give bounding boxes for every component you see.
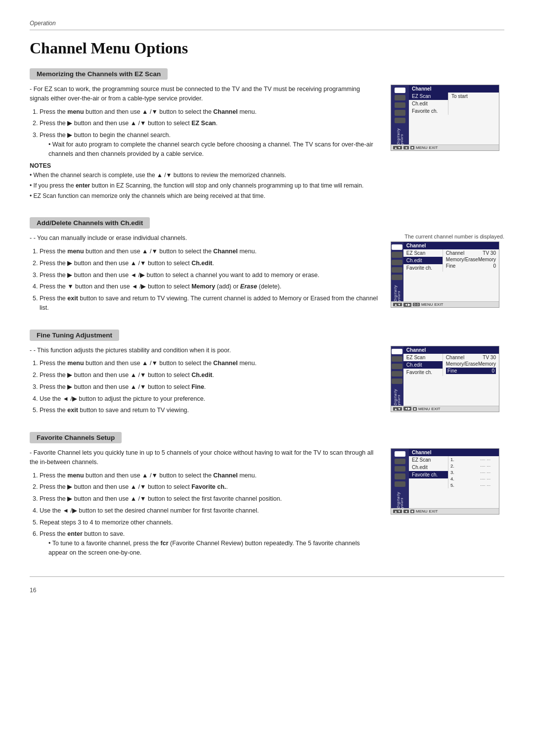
favorite-tv-sidebar-icon-2: [395, 459, 405, 464]
ch-edit-content: - You can manually include or erase indi…: [30, 234, 504, 316]
fine-tuning-tv-sidebar-icon-3: [392, 364, 402, 369]
ch-edit-text: - You can manually include or erase indi…: [30, 234, 379, 316]
fav-item-3: 3.···· ···: [448, 469, 499, 475]
fine-tuning-step-2: Press the ▶ button and then use ▲ /▼ but…: [40, 371, 379, 380]
bottom-divider: [30, 576, 504, 577]
ch-edit-section: Add/Delete Channels with Ch.edit - You c…: [30, 217, 504, 316]
favorite-tv-sidebar-icon-5: [395, 481, 405, 487]
favorite-step-6: Press the enter button to save. To tune …: [40, 529, 379, 557]
favorite-tv-sidebar-icon-1: [395, 451, 405, 457]
ch-edit-panel-row2-label: Fine: [446, 263, 455, 269]
ez-scan-tv-left: EZ Scan Ch.edit Favorite ch.: [409, 93, 448, 115]
fine-tuning-tv-sidebar: Digitally yours: [391, 346, 403, 406]
notes-label: NOTES: [30, 162, 379, 169]
tv-sidebar-icon-5: [395, 118, 405, 123]
fine-tuning-tv-right: Channel TV 30 Memory/Erase Memory Fine 0: [443, 354, 499, 376]
fine-tuning-tv-screen: Digitally yours Channel EZ Scan Ch.edit …: [391, 346, 499, 412]
ch-edit-step-4: Press the ▼ button and then use ◄ /▶ but…: [40, 282, 379, 291]
favorite-step-3: Press the ▶ button and then use ▲ /▼ but…: [40, 494, 379, 504]
ch-edit-panel-col1: Channel: [446, 250, 464, 256]
tv-exit-label: EXIT: [429, 145, 438, 150]
ch-edit-panel-row2-val: 0: [493, 263, 496, 269]
favorite-tv-menu-label: MENU: [416, 509, 428, 514]
fine-tuning-panel-row2-val: 0: [491, 368, 494, 374]
tv-sidebar-icon-3: [395, 102, 405, 108]
ch-edit-panel-row2: Fine 0: [446, 263, 496, 269]
ch-edit-tv-split: EZ Scan Ch.edit Favorite ch. Channel TV …: [403, 249, 499, 272]
favorite-tv-menu: Digitally yours Channel EZ Scan Ch.edit …: [391, 449, 499, 508]
page-number: 16: [30, 587, 504, 594]
fine-tuning-tv-main-header: Channel: [403, 346, 499, 354]
favorite-tv-split: EZ Scan Ch.edit Favorite ch. 1.···· ··· …: [409, 456, 499, 488]
ez-scan-menu-item-0: EZ Scan: [409, 93, 448, 100]
ez-scan-menu-item-1: Ch.edit: [409, 100, 448, 107]
ch-edit-tv-screen: Digitally yours Channel EZ Scan Ch.edit …: [391, 241, 499, 308]
ch-edit-tv-main-header: Channel: [403, 242, 499, 249]
ez-scan-tv-screen: Digitally yours Channel EZ Scan Ch.edit …: [391, 85, 499, 151]
ch-edit-panel-header: Channel TV 30: [446, 250, 496, 256]
fine-tuning-header: Fine Tuning Adjustment: [30, 330, 119, 341]
tv-sidebar-icon-1: [395, 88, 405, 93]
favorite-header: Favorite Channels Setup: [30, 432, 122, 443]
ez-scan-note-1: When the channel search is complete, use…: [30, 171, 379, 180]
ez-scan-substep-1: Wait for auto program to complete the ch…: [48, 140, 379, 159]
fine-tuning-menu-item-1: Ch.edit: [403, 361, 443, 369]
ch-edit-menu-item-2: Favorite ch.: [403, 264, 443, 272]
fine-tuning-panel-row2-label: Fine: [447, 368, 457, 374]
ez-scan-step-2: Press the ▶ button and then use ▲ /▼ but…: [40, 119, 379, 128]
favorite-tv-sidebar-icon-3: [395, 466, 405, 472]
fine-tuning-intro-item: - This function adjusts the pictures sta…: [30, 346, 379, 355]
ez-scan-note-2: If you press the enter button in EZ Scan…: [30, 181, 379, 190]
fine-tuning-section: Fine Tuning Adjustment - This function a…: [30, 330, 504, 420]
ch-edit-header: Add/Delete Channels with Ch.edit: [30, 217, 150, 229]
ch-edit-step-1: Press the menu button and then use ▲ /▼ …: [40, 247, 379, 256]
ch-edit-panel-col2: TV 30: [483, 250, 496, 256]
fine-tuning-panel-header: Channel TV 30: [446, 355, 496, 360]
favorite-menu-item-1: Ch.edit: [409, 464, 448, 471]
fav-item-5: 5.···· ···: [448, 482, 499, 488]
favorite-intro-item: Favorite Channel lets you quickly tune i…: [30, 448, 379, 467]
ez-scan-step-1: Press the menu button and then use ▲ /▼ …: [40, 107, 379, 117]
favorite-tv-sidebar-icon-4: [395, 473, 405, 479]
fine-tuning-tv-sidebar-icon-1: [392, 349, 402, 354]
ch-edit-tv-caption: The current channel number is displayed.: [391, 234, 504, 239]
favorite-section: Favorite Channels Setup Favorite Channel…: [30, 432, 504, 562]
fine-tuning-step-5: Press the exit button to save and return…: [40, 406, 379, 415]
ch-edit-intro-item: - You can manually include or erase indi…: [30, 234, 379, 243]
ez-scan-intro: - For EZ scan to work, the programming s…: [30, 85, 379, 103]
fine-tuning-text: - This function adjusts the pictures sta…: [30, 346, 379, 420]
ch-edit-step-3: Press the ▶ button and then use ◄ /▶ but…: [40, 271, 379, 280]
ez-scan-tv-split: EZ Scan Ch.edit Favorite ch. To start: [409, 93, 499, 115]
ch-edit-tv-mockup: The current channel number is displayed.…: [391, 234, 504, 308]
favorite-menu-item-0: EZ Scan: [409, 456, 448, 464]
fine-tuning-panel-row2: Fine 0: [446, 368, 496, 374]
favorite-tv-main-header: Channel: [409, 449, 499, 456]
favorite-tv-mockup: Digitally yours Channel EZ Scan Ch.edit …: [391, 448, 504, 515]
favorite-substep: To tune to a favorite channel, press the…: [48, 539, 379, 558]
page-title: Channel Menu Options: [30, 39, 504, 57]
ez-scan-tv-mockup: Digitally yours Channel EZ Scan Ch.edit …: [391, 85, 504, 151]
favorite-step-4: Use the ◄ /▶ button to set the desired c…: [40, 506, 379, 516]
favorite-tv-exit-label: EXIT: [429, 509, 438, 514]
ch-edit-step-5: Press the exit button to save and return…: [40, 294, 379, 313]
ch-edit-tv-sidebar-icon-5: [392, 275, 402, 280]
favorite-intro: Favorite Channel lets you quickly tune i…: [30, 448, 379, 467]
fine-tuning-intro: - This function adjusts the pictures sta…: [30, 346, 379, 355]
fine-tuning-tv-mockup: Digitally yours Channel EZ Scan Ch.edit …: [391, 346, 504, 412]
fine-tuning-tv-menu-label: MENU: [418, 407, 430, 411]
ez-scan-text: - For EZ scan to work, the programming s…: [30, 85, 379, 204]
fine-tuning-panel-row1-label: Memory/Erase: [446, 361, 478, 367]
favorite-tv-sidebar-text: Digitally yours: [397, 490, 403, 508]
ez-scan-tv-main: Channel EZ Scan Ch.edit Favorite ch. To …: [409, 85, 499, 144]
tv-btn-sq: ■: [410, 146, 414, 149]
ch-edit-menu-item-0: EZ Scan: [403, 249, 443, 257]
ch-edit-steps: Press the menu button and then use ▲ /▼ …: [40, 247, 379, 313]
favorite-steps: Press the menu button and then use ▲ /▼ …: [40, 471, 379, 558]
fine-tuning-tv-btn-ud: ▲▼: [393, 407, 402, 411]
fine-tuning-tv-sidebar-icon-2: [392, 356, 402, 362]
favorite-tv-btn-sq: ■: [410, 510, 414, 513]
fine-tuning-tv-left: EZ Scan Ch.edit Favorite ch.: [403, 354, 443, 376]
favorite-step-5: Repeat steps 3 to 4 to memorize other ch…: [40, 518, 379, 527]
ch-edit-tv-menu-label: MENU: [421, 302, 433, 307]
favorite-tv-main: Channel EZ Scan Ch.edit Favorite ch. 1.·…: [409, 449, 499, 508]
